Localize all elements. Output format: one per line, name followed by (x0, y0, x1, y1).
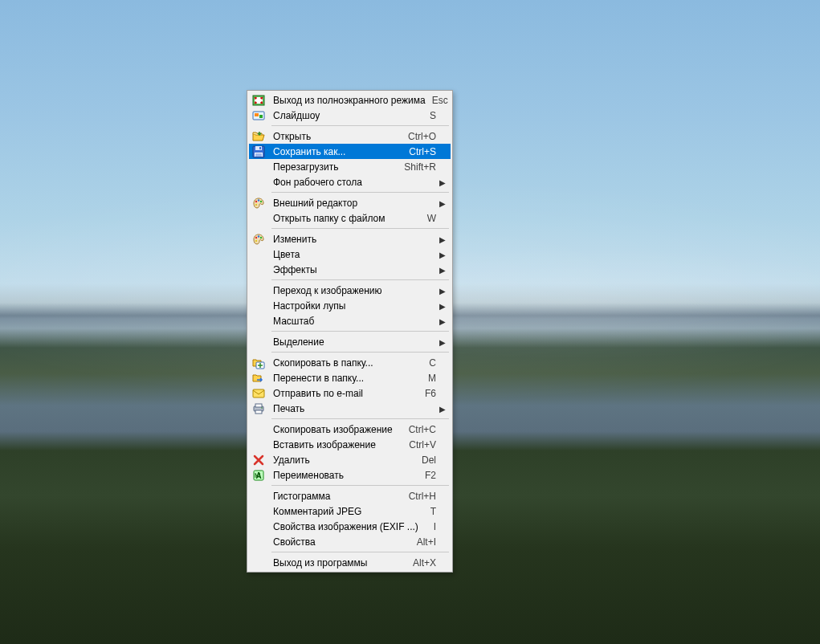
menu-item-label: Изменить (273, 234, 436, 245)
copy-folder-icon (252, 357, 265, 369)
menu-effects[interactable]: Эффекты▶ (249, 262, 451, 277)
menu-open[interactable]: ОткрытьCtrl+O (249, 128, 451, 144)
menu-item-shortcut: Ctrl+H (409, 491, 436, 502)
menu-exit-fullscreen[interactable]: Выход из полноэкранного режимаEsc (249, 92, 451, 108)
svg-rect-3 (255, 113, 259, 116)
menu-item-shortcut: Ctrl+V (409, 439, 436, 450)
menu-separator (271, 418, 449, 419)
menu-item-label: Выход из программы (273, 557, 406, 569)
menu-item-label: Сохранить как... (273, 146, 402, 157)
menu-edit[interactable]: Изменить▶ (249, 231, 451, 247)
menu-item-label: Переход к изображению (273, 285, 436, 296)
submenu-arrow-icon: ▶ (439, 265, 446, 274)
svg-point-18 (255, 239, 257, 241)
menu-item-shortcut: I (434, 521, 436, 532)
svg-rect-4 (259, 115, 263, 118)
menu-item-label: Скопировать в папку... (273, 357, 422, 369)
save-icon (252, 145, 265, 158)
svg-rect-20 (253, 389, 264, 397)
menu-separator (271, 279, 449, 280)
svg-rect-7 (259, 147, 261, 149)
menu-histogram[interactable]: ГистограммаCtrl+H (249, 488, 451, 503)
menu-colors[interactable]: Цвета▶ (249, 247, 451, 262)
menu-jpeg-comment[interactable]: Комментарий JPEGT (249, 503, 451, 519)
menu-item-label: Выделение (273, 336, 436, 348)
menu-item-shortcut: Alt+X (413, 557, 436, 569)
slideshow-icon (252, 109, 265, 122)
submenu-arrow-icon: ▶ (439, 198, 446, 207)
menu-item-label: Масштаб (273, 316, 436, 327)
menu-separator (271, 228, 449, 229)
menu-item-label: Открыть папку с файлом (273, 213, 421, 224)
menu-navigate-image[interactable]: Переход к изображению▶ (249, 283, 451, 298)
menu-item-label: Переименовать (273, 470, 418, 481)
menu-separator (271, 331, 449, 332)
menu-item-label: Удалить (273, 454, 415, 466)
submenu-arrow-icon: ▶ (439, 250, 446, 259)
menu-item-shortcut: Ctrl+C (409, 424, 436, 435)
menu-copy-to-folder[interactable]: Скопировать в папку...C (249, 355, 451, 370)
svg-point-16 (258, 235, 259, 237)
submenu-arrow-icon: ▶ (439, 404, 446, 413)
menu-item-label: Слайдшоу (273, 110, 423, 121)
menu-item-shortcut: T (430, 506, 436, 517)
menu-slideshow[interactable]: СлайдшоуS (249, 108, 451, 123)
menu-magnifier-settings[interactable]: Настройки лупы▶ (249, 298, 451, 313)
svg-text:A: A (255, 471, 261, 480)
menu-selection[interactable]: Выделение▶ (249, 334, 451, 349)
submenu-arrow-icon: ▶ (439, 337, 446, 346)
submenu-arrow-icon: ▶ (439, 316, 446, 325)
menu-print[interactable]: Печать▶ (249, 401, 451, 416)
delete-icon (252, 454, 265, 467)
menu-item-label: Перенести в папку... (273, 373, 422, 384)
menu-rename[interactable]: A ПереименоватьF2 (249, 467, 451, 483)
menu-separator (271, 125, 449, 126)
menu-item-shortcut: M (428, 373, 436, 384)
menu-item-shortcut: Del (422, 454, 436, 466)
exit-fullscreen-icon (252, 94, 265, 107)
svg-point-11 (255, 200, 257, 202)
menu-separator (271, 552, 449, 552)
move-folder-icon (252, 372, 265, 385)
svg-rect-23 (255, 410, 262, 414)
menu-desktop-background[interactable]: Фон рабочего стола▶ (249, 174, 451, 190)
menu-item-label: Скопировать изображение (273, 424, 402, 435)
menu-item-shortcut: Shift+R (404, 161, 436, 173)
menu-exit-program[interactable]: Выход из программыAlt+X (249, 555, 451, 570)
menu-item-shortcut: Alt+I (417, 536, 436, 548)
menu-send-email[interactable]: Отправить по e-mailF6 (249, 385, 451, 401)
menu-item-shortcut: C (429, 357, 436, 369)
menu-item-label: Внешний редактор (273, 198, 436, 209)
menu-item-label: Цвета (273, 249, 436, 260)
submenu-arrow-icon: ▶ (439, 286, 446, 295)
menu-image-properties[interactable]: Свойства изображения (EXIF ...)I (249, 519, 451, 534)
menu-save-as[interactable]: Сохранить как...Ctrl+S (249, 144, 451, 159)
submenu-arrow-icon: ▶ (439, 234, 446, 243)
menu-item-label: Перезагрузить (273, 161, 398, 173)
svg-point-24 (261, 407, 263, 409)
menu-item-shortcut: Ctrl+S (409, 146, 436, 157)
menu-item-shortcut: F2 (425, 470, 436, 481)
menu-delete[interactable]: УдалитьDel (249, 452, 451, 467)
svg-point-13 (260, 200, 262, 202)
menu-zoom[interactable]: Масштаб▶ (249, 313, 451, 328)
menu-separator (271, 192, 449, 193)
menu-separator (271, 485, 449, 486)
menu-item-shortcut: Esc (432, 95, 448, 106)
menu-reload[interactable]: ПерезагрузитьShift+R (249, 159, 451, 174)
menu-open-folder[interactable]: Открыть папку с файломW (249, 210, 451, 226)
menu-item-shortcut: W (427, 213, 436, 224)
menu-item-label: Эффекты (273, 264, 436, 275)
menu-item-label: Гистограмма (273, 491, 402, 502)
menu-move-to-folder[interactable]: Перенести в папку...M (249, 370, 451, 385)
menu-properties[interactable]: СвойстваAlt+I (249, 534, 451, 549)
menu-item-label: Настройки лупы (273, 300, 436, 312)
rename-icon: A (252, 469, 265, 482)
menu-copy-image[interactable]: Скопировать изображениеCtrl+C (249, 422, 451, 437)
menu-item-label: Фон рабочего стола (273, 177, 436, 188)
submenu-arrow-icon: ▶ (439, 301, 446, 310)
submenu-arrow-icon: ▶ (439, 177, 446, 186)
menu-external-editor[interactable]: Внешний редактор▶ (249, 195, 451, 210)
open-icon (252, 130, 265, 143)
menu-paste-image[interactable]: Вставить изображениеCtrl+V (249, 437, 451, 452)
